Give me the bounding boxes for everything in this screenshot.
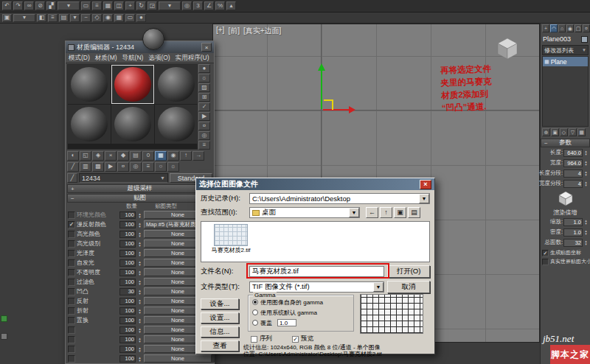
map-amount-spinner[interactable]: ▴▾	[137, 298, 142, 304]
new-folder-icon[interactable]: ▣	[394, 207, 406, 218]
redo-icon[interactable]: ↷	[13, 1, 23, 10]
map-amount-field[interactable]: 100	[119, 317, 136, 324]
viewport-menu-shading[interactable]: [真实+边面]	[243, 26, 281, 36]
preview-icon[interactable]: ▶	[105, 162, 117, 172]
viewcube[interactable]	[495, 36, 520, 61]
select-and-scale-icon[interactable]: ◲	[148, 1, 157, 10]
sample-type-icon[interactable]: ●	[198, 64, 210, 73]
stack-item-plane[interactable]: ▦ Plane	[543, 57, 588, 66]
configure-modifier-sets-icon[interactable]: ▦	[577, 128, 586, 136]
pin-stack-icon[interactable]: ⊕	[542, 128, 550, 136]
bind-to-space-warp-icon[interactable]: ▞	[46, 1, 56, 10]
put-to-scene-icon[interactable]: ◱	[80, 151, 91, 161]
up-one-level-icon[interactable]: ↑	[380, 207, 392, 218]
map-enable-checkbox[interactable]	[68, 250, 75, 257]
lookin-dropdown[interactable]: 桌面 ▼	[249, 207, 360, 218]
utilities-tab-icon[interactable]: ¤	[583, 24, 590, 32]
named-selection-dropdown[interactable]: ▾	[13, 14, 35, 22]
map-amount-spinner[interactable]: ▴▾	[137, 222, 142, 228]
map-amount-spinner[interactable]: ▴▾	[137, 270, 142, 276]
backlight-icon[interactable]: ☼	[198, 74, 210, 83]
map-amount-spinner[interactable]: ▴▾	[137, 327, 142, 333]
me-menu-item-3[interactable]: 导航(N)	[122, 54, 144, 63]
select-by-material-icon[interactable]: ◎	[198, 131, 210, 140]
chevron-down-icon[interactable]: ▼	[373, 282, 384, 292]
parameter-value-field[interactable]: 4	[563, 180, 583, 188]
reference-coordinate-dropdown[interactable]: ▾	[159, 1, 181, 10]
parameters-rollout[interactable]: − 参数	[541, 139, 590, 147]
parameter-spinner[interactable]: ▴▾	[583, 170, 589, 176]
edit-named-selection-icon[interactable]: ▣	[2, 14, 12, 22]
options-icon[interactable]: ¤	[198, 122, 210, 130]
show-end-result-stack-icon[interactable]: ▣	[551, 128, 559, 136]
material-sample-slot-5[interactable]	[111, 105, 154, 144]
layer-manager-icon[interactable]: ▤	[59, 14, 69, 22]
parameter-value-field[interactable]: 32	[563, 239, 583, 247]
material-sample-slot-1[interactable]	[68, 65, 111, 104]
get-material-icon[interactable]: ◐	[67, 151, 79, 161]
video-check-icon[interactable]: ▩	[92, 162, 104, 172]
material-name-dropdown[interactable]: 12434 ▼	[79, 173, 168, 183]
map-amount-spinner[interactable]: ▴▾	[137, 279, 142, 285]
display-tab-icon[interactable]: ▢	[575, 24, 582, 32]
go-to-parent-icon[interactable]: ↑	[180, 151, 192, 161]
parameter-spinner[interactable]: ▴▾	[583, 239, 589, 245]
parameter-value-field[interactable]: 964.0	[563, 159, 583, 167]
put-to-library-icon[interactable]: ▤	[130, 151, 142, 161]
select-and-move-icon[interactable]: +	[125, 1, 135, 10]
render-setup-icon[interactable]: ▦	[114, 14, 124, 22]
assign-to-selection-icon[interactable]: ◈	[92, 151, 104, 161]
map-enable-checkbox[interactable]	[68, 355, 75, 363]
me-menu-item-5[interactable]: 实用程序(U)	[176, 54, 209, 63]
parameter-value-field[interactable]: 1.0	[563, 218, 583, 226]
map-enable-checkbox[interactable]	[68, 336, 75, 343]
map-amount-field[interactable]: 30	[119, 288, 136, 295]
filename-input[interactable]: 马赛克材质2.tif	[249, 266, 384, 277]
snaps-toggle-icon[interactable]: 3	[193, 1, 203, 10]
select-by-name-icon[interactable]: ≡	[92, 1, 102, 10]
select-object-icon[interactable]: ▭	[81, 1, 91, 10]
map-enable-checkbox[interactable]	[68, 240, 75, 248]
use-pivot-center-icon[interactable]: ◎	[182, 1, 192, 10]
selection-filter-dropdown[interactable]: ▾	[58, 1, 80, 10]
object-name-field[interactable]: Plane003	[543, 35, 571, 43]
map-enable-checkbox[interactable]	[68, 288, 75, 295]
mini-window-icon[interactable]	[1, 333, 7, 340]
maps-rollout[interactable]: − 贴图	[67, 194, 212, 203]
cancel-button[interactable]: 取消	[387, 281, 430, 293]
dialog-titlebar[interactable]: 选择位图图像文件 ×	[196, 178, 434, 190]
parameter-spinner[interactable]: ▴▾	[583, 150, 589, 155]
graphite-ribbon-icon[interactable]: ▾	[70, 14, 80, 22]
parameter-value-field[interactable]: 640.0	[563, 149, 583, 157]
parameter-spinner[interactable]: ▴▾	[583, 229, 589, 235]
render-production-icon[interactable]: ●	[136, 14, 146, 22]
reset-map-icon[interactable]: ×	[105, 151, 117, 161]
modify-tab-icon[interactable]: ◠	[550, 24, 558, 32]
supersampling-rollout[interactable]: + 超级采样	[67, 184, 212, 193]
pick-material-eyedropper-icon[interactable]: ╱	[67, 173, 77, 183]
material-sample-slot-3[interactable]	[155, 65, 198, 104]
move-gizmo-x-axis[interactable]	[323, 109, 350, 111]
navigator-icon[interactable]: ≡	[142, 162, 154, 172]
options-2-icon[interactable]: ¤	[117, 162, 129, 172]
map-amount-field[interactable]: 100	[119, 211, 136, 219]
mini-listener-icon[interactable]	[1, 315, 7, 322]
map-amount-spinner[interactable]: ▴▾	[137, 318, 142, 323]
sequence-checkbox[interactable]	[251, 336, 257, 343]
map-amount-field[interactable]: 100	[119, 326, 136, 334]
map-enable-checkbox[interactable]	[68, 269, 75, 276]
map-amount-field[interactable]: 100	[119, 240, 136, 248]
sample-type-2-icon[interactable]: ○	[155, 162, 167, 172]
parameter-value-field[interactable]: 4	[563, 169, 583, 178]
percent-snap-icon[interactable]: %	[215, 1, 225, 10]
rectangular-selection-icon[interactable]: ▦	[103, 1, 113, 10]
object-color-swatch[interactable]	[581, 36, 588, 43]
select-by-mtl-icon[interactable]: ◎	[130, 162, 142, 172]
make-unique-stack-icon[interactable]: ◇	[560, 128, 568, 136]
map-amount-field[interactable]: 100	[119, 269, 136, 276]
material-editor-titlebar[interactable]: 材质编辑器 - 12434 ×	[66, 41, 214, 53]
close-icon[interactable]: ×	[201, 43, 212, 52]
map-slot-button[interactable]: None	[144, 354, 212, 363]
remove-modifier-icon[interactable]: ▽	[569, 128, 577, 136]
create-tab-icon[interactable]: +	[542, 24, 549, 32]
